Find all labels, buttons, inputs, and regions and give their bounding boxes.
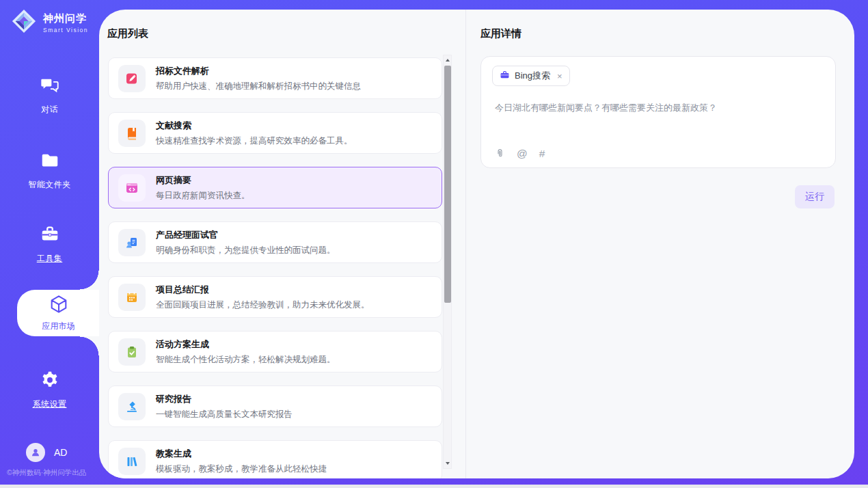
sidebar-item-settings[interactable]: 系统设置	[0, 370, 99, 410]
triangle-up-icon	[446, 59, 450, 62]
app-card-lesson-plan[interactable]: 教案生成 模板驱动，教案秒成，教学准备从此轻松快捷	[108, 440, 442, 478]
scrollbar-up-button[interactable]	[444, 55, 451, 65]
app-card-event-plan[interactable]: 活动方案生成 智能生成个性化活动方案，轻松解决规划难题。	[108, 331, 442, 372]
sidebar-label-chat: 对话	[41, 104, 58, 116]
tool-chip-label: Bing搜索	[515, 70, 550, 82]
app-list-section: 应用列表 招标文件解析 帮助用户快速、准确地理解和解析招标书中的关键信息	[99, 10, 465, 478]
app-card-literature-search[interactable]: 文献搜索 快速精准查找学术资源，提高研究效率的必备工具。	[108, 112, 442, 154]
brand-logo: 神州问学 Smart Vision	[11, 8, 88, 37]
interviewer-icon	[118, 229, 146, 256]
toolbox-icon	[40, 224, 60, 247]
paperclip-icon[interactable]	[495, 148, 505, 159]
app-card-desc: 每日政府新闻资讯快查。	[156, 190, 250, 202]
tool-chip-bing-search[interactable]: Bing搜索 ×	[492, 66, 570, 86]
query-text[interactable]: 今日湖北有哪些新闻要点？有哪些需要关注的最新政策？	[495, 102, 822, 114]
query-input-card[interactable]: Bing搜索 × 今日湖北有哪些新闻要点？有哪些需要关注的最新政策？ @ #	[480, 56, 836, 168]
hash-tag-icon[interactable]: #	[539, 148, 545, 159]
content-panel: 应用列表 招标文件解析 帮助用户快速、准确地理解和解析招标书中的关键信息	[99, 10, 854, 478]
sidebar-label-toolset: 工具集	[37, 253, 63, 265]
app-card-title: 教案生成	[156, 448, 327, 460]
brand-name: 神州问学	[43, 12, 88, 25]
sidebar-item-smart-folder[interactable]: 智能文件夹	[0, 150, 99, 191]
cube-icon	[49, 294, 69, 317]
active-tab-fillet-bottom	[80, 336, 99, 355]
scrollbar-down-button[interactable]	[444, 459, 451, 468]
clipboard-check-icon	[118, 338, 146, 366]
app-card-title: 网页摘要	[156, 174, 250, 187]
sidebar-label-app-market: 应用市场	[42, 321, 75, 332]
app-list: 招标文件解析 帮助用户快速、准确地理解和解析招标书中的关键信息 文献搜索	[108, 57, 442, 478]
close-icon[interactable]: ×	[557, 71, 562, 81]
attachment-toolbar: @ #	[495, 148, 545, 159]
briefcase-icon	[500, 70, 510, 82]
book-icon	[118, 120, 146, 147]
sidebar-label-settings: 系统设置	[33, 398, 67, 410]
app-detail-title: 应用详情	[480, 27, 521, 40]
books-icon	[118, 448, 146, 475]
app-card-desc: 一键智能生成高质量长文本研究报告	[156, 409, 293, 420]
app-card-desc: 全面回顾项目进展，总结经验教训，助力未来优化发展。	[156, 299, 370, 311]
app-card-desc: 模板驱动，教案秒成，教学准备从此轻松快捷	[156, 463, 327, 475]
window-bottom-edge	[0, 485, 868, 488]
calendar-icon	[118, 284, 146, 311]
app-card-title: 招标文件解析	[156, 65, 361, 77]
app-card-desc: 智能生成个性化活动方案，轻松解决规划难题。	[156, 354, 336, 366]
app-card-pm-interviewer[interactable]: 产品经理面试官 明确身份和职责，为您提供专业性的面试问题。	[108, 221, 442, 263]
user-name: AD	[54, 447, 67, 458]
user-avatar	[26, 443, 45, 462]
app-card-title: 文献搜索	[156, 120, 353, 132]
app-card-research-report[interactable]: 研究报告 一键智能生成高质量长文本研究报告	[108, 385, 442, 427]
sidebar-item-app-market[interactable]: 应用市场	[17, 290, 100, 336]
triangle-down-icon	[446, 462, 450, 465]
scrollbar-thumb[interactable]	[444, 66, 451, 303]
app-card-tender-analysis[interactable]: 招标文件解析 帮助用户快速、准确地理解和解析招标书中的关键信息	[108, 57, 442, 99]
copyright-text: ©神州数码·神州问学出品	[7, 468, 103, 478]
app-window: 神州问学 Smart Vision 对话 智能文件夹	[0, 0, 868, 488]
microscope-icon	[118, 393, 146, 420]
chat-icon	[40, 75, 60, 98]
gear-icon	[40, 370, 60, 393]
brand-subtitle: Smart Vision	[43, 27, 88, 33]
app-card-desc: 快速精准查找学术资源，提高研究效率的必备工具。	[156, 135, 353, 147]
app-list-scrollbar[interactable]	[443, 55, 452, 469]
app-card-title: 活动方案生成	[156, 338, 336, 351]
app-card-title: 研究报告	[156, 393, 293, 405]
app-card-project-summary[interactable]: 项目总结汇报 全面回顾项目进展，总结经验教训，助力未来优化发展。	[108, 276, 442, 318]
user-account[interactable]: AD	[26, 443, 67, 462]
sidebar-label-smart-folder: 智能文件夹	[28, 179, 71, 191]
run-button[interactable]: 运行	[795, 185, 835, 208]
app-card-title: 项目总结汇报	[156, 284, 370, 296]
active-tab-fillet-top	[80, 271, 99, 290]
app-card-desc: 帮助用户快速、准确地理解和解析招标书中的关键信息	[156, 81, 361, 92]
tender-edit-icon	[118, 65, 146, 92]
app-list-title: 应用列表	[107, 27, 148, 40]
sidebar-item-toolset[interactable]: 工具集	[0, 224, 99, 265]
app-card-desc: 明确身份和职责，为您提供专业性的面试问题。	[156, 245, 336, 256]
folder-icon	[40, 150, 60, 174]
app-card-web-summary[interactable]: 网页摘要 每日政府新闻资讯快查。	[108, 167, 442, 208]
at-mention-icon[interactable]: @	[517, 148, 528, 159]
app-detail-section: 应用详情 Bing搜索 × 今日湖北有哪些新闻要点？有哪些需要关注的最新政策？	[466, 10, 854, 478]
webpage-code-icon	[118, 174, 146, 202]
sidebar-item-chat[interactable]: 对话	[0, 75, 99, 116]
diamond-logo-icon	[11, 8, 37, 37]
app-card-title: 产品经理面试官	[156, 229, 336, 241]
